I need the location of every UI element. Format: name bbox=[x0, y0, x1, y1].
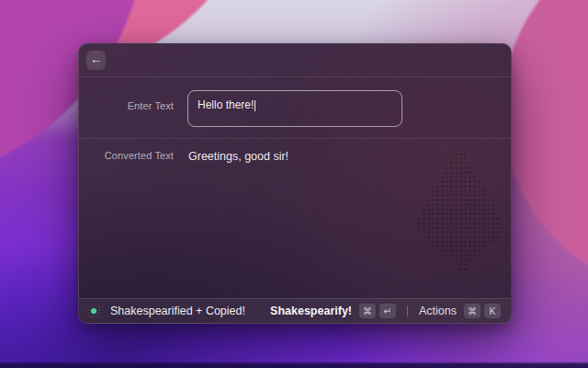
converted-text-value: Greetings, good sir! bbox=[188, 139, 288, 163]
actions-menu-button[interactable]: Actions ⌘ K bbox=[416, 302, 503, 320]
enter-text-input[interactable]: Hello there! bbox=[187, 90, 402, 127]
converted-text-label: Converted Text bbox=[79, 139, 174, 161]
text-cursor bbox=[254, 100, 255, 111]
statusbar-separator bbox=[407, 305, 408, 316]
status-message: Shakespearified + Copied! bbox=[110, 305, 245, 317]
back-button[interactable]: ← bbox=[86, 51, 106, 70]
actions-menu-label: Actions bbox=[419, 305, 457, 317]
shakespearify-action-label: Shakespearify! bbox=[270, 305, 352, 317]
enter-text-value: Hello there! bbox=[198, 98, 254, 111]
k-key-badge: K bbox=[484, 304, 501, 318]
back-arrow-icon: ← bbox=[90, 52, 102, 66]
green-dot-icon bbox=[91, 308, 96, 314]
extension-icon bbox=[86, 304, 101, 318]
enter-text-label: Enter Text bbox=[79, 90, 174, 111]
converted-text-row: Converted Text Greetings, good sir! bbox=[79, 139, 511, 163]
enter-key-badge: ↵ bbox=[379, 304, 396, 318]
cmd-key-badge: ⌘ bbox=[359, 304, 376, 318]
statusbar-actions: Shakespearify! ⌘ ↵ Actions ⌘ K bbox=[267, 302, 503, 320]
window-header: ← bbox=[79, 44, 511, 77]
cmd-key-badge: ⌘ bbox=[464, 304, 481, 318]
window-body: Enter Text Hello there! Converted Text G… bbox=[79, 77, 511, 298]
quill-watermark-icon bbox=[417, 147, 503, 274]
enter-text-row: Enter Text Hello there! bbox=[79, 90, 511, 127]
shakespearify-window: ← Enter Text Hello there! Converted Text… bbox=[78, 43, 512, 324]
shakespearify-action-button[interactable]: Shakespearify! ⌘ ↵ bbox=[267, 302, 399, 320]
status-bar: Shakespearified + Copied! Shakespearify!… bbox=[79, 298, 511, 323]
